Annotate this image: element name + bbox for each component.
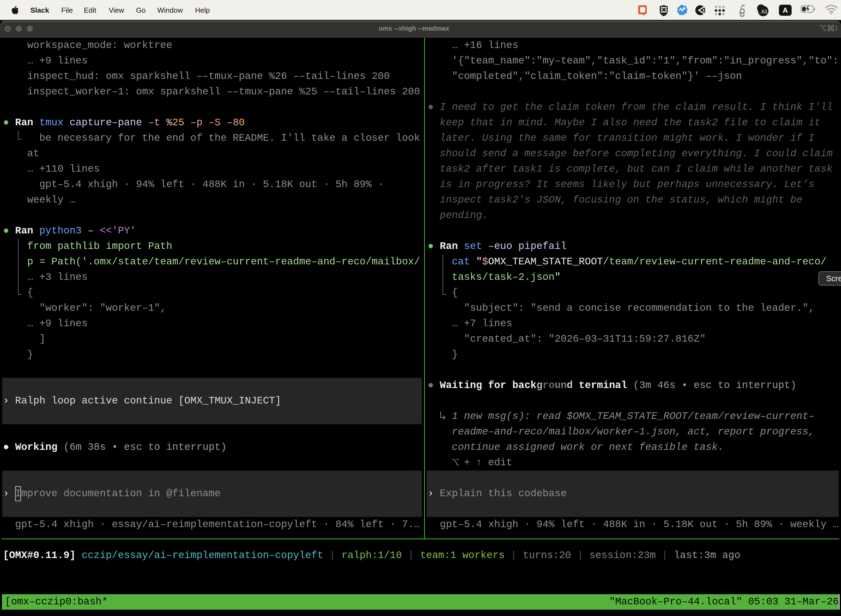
svg-text:..61: ..61 <box>759 9 768 14</box>
svg-text:1: 1 <box>834 25 837 31</box>
svg-text:A: A <box>783 6 788 14</box>
